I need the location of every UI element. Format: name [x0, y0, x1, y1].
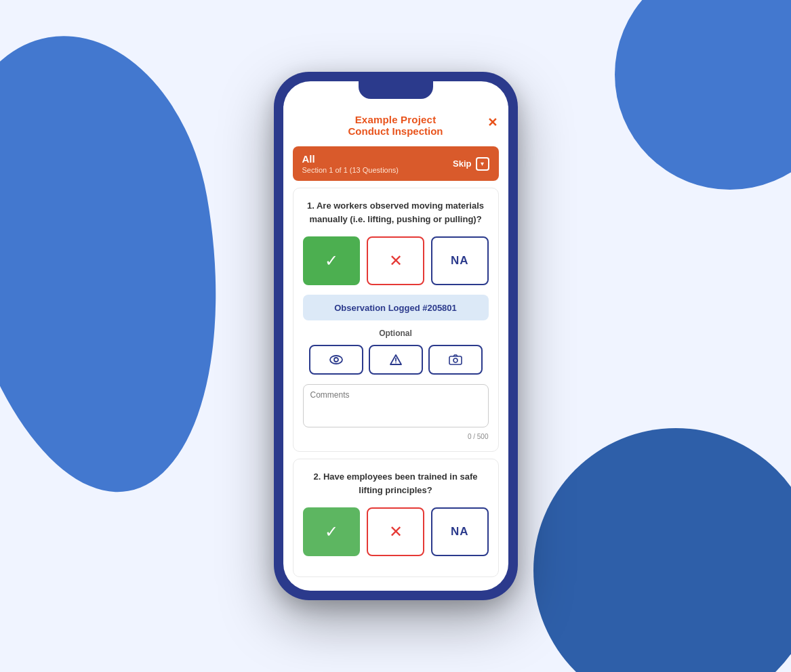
- observation-text: Observation Logged #205801: [334, 303, 457, 313]
- section-banner[interactable]: All Section 1 of 1 (13 Questions) Skip ▾: [293, 146, 499, 181]
- section-banner-left: All Section 1 of 1 (13 Questions): [302, 153, 399, 174]
- observation-eye-button[interactable]: [309, 345, 363, 375]
- svg-rect-5: [449, 356, 462, 364]
- char-count: 0 / 500: [303, 433, 489, 440]
- answer-row-1: ✓ ✕ NA: [303, 236, 489, 285]
- close-button[interactable]: ✕: [487, 115, 498, 130]
- svg-point-4: [395, 362, 397, 364]
- optional-row: [303, 345, 489, 375]
- yes-button-2[interactable]: ✓: [303, 507, 361, 556]
- question-1-body: Are workers observed moving materials ma…: [309, 201, 484, 224]
- phone-screen: Example Project Conduct Inspection ✕ All…: [283, 81, 508, 591]
- phone-notch: [359, 81, 433, 99]
- optional-label: Optional: [303, 329, 489, 338]
- question-card-1: 1. Are workers observed moving materials…: [293, 188, 499, 452]
- phone-wrapper: Example Project Conduct Inspection ✕ All…: [274, 72, 518, 600]
- question-2-text: 2. Have employees been trained in safe l…: [303, 470, 489, 497]
- flag-button[interactable]: [369, 345, 423, 375]
- no-button-2[interactable]: ✕: [367, 507, 424, 556]
- question-2-body: Have employees been trained in safe lift…: [323, 471, 478, 495]
- question-card-2: 2. Have employees been trained in safe l…: [293, 459, 499, 577]
- no-button-1[interactable]: ✕: [367, 236, 424, 285]
- section-info: Section 1 of 1 (13 Questions): [302, 166, 399, 174]
- checkmark-icon: ✓: [325, 251, 338, 270]
- screen-content: Example Project Conduct Inspection ✕ All…: [283, 81, 508, 591]
- inspection-title: Conduct Inspection: [297, 125, 495, 137]
- na-button-2[interactable]: NA: [431, 507, 489, 556]
- section-banner-right: Skip ▾: [453, 157, 489, 171]
- bg-shape-right-top: [615, 0, 791, 190]
- cross-icon-2: ✕: [389, 522, 403, 541]
- camera-button[interactable]: [428, 345, 483, 375]
- warning-icon: [390, 354, 402, 366]
- comments-wrapper: [303, 384, 489, 430]
- section-name: All: [302, 153, 399, 165]
- cross-icon: ✕: [389, 251, 403, 270]
- bg-shape-left: [0, 15, 255, 513]
- na-button-1[interactable]: NA: [431, 236, 489, 285]
- question-1-text: 1. Are workers observed moving materials…: [303, 199, 489, 226]
- camera-icon: [449, 354, 462, 365]
- answer-row-2: ✓ ✕ NA: [303, 507, 489, 556]
- chevron-down-icon[interactable]: ▾: [476, 157, 489, 171]
- eye-icon: [329, 355, 343, 364]
- phone-frame: Example Project Conduct Inspection ✕ All…: [274, 72, 518, 600]
- yes-button-1[interactable]: ✓: [303, 236, 361, 285]
- observation-badge: Observation Logged #205801: [303, 295, 489, 320]
- checkmark-icon-2: ✓: [325, 522, 338, 541]
- skip-label[interactable]: Skip: [453, 159, 471, 169]
- svg-point-1: [334, 358, 338, 362]
- bg-shape-right-bottom: [533, 428, 791, 672]
- app-header: Example Project Conduct Inspection ✕: [283, 106, 508, 146]
- project-title: Example Project: [297, 114, 495, 125]
- comments-input[interactable]: [303, 384, 489, 427]
- svg-point-6: [453, 358, 458, 362]
- svg-point-0: [330, 356, 342, 364]
